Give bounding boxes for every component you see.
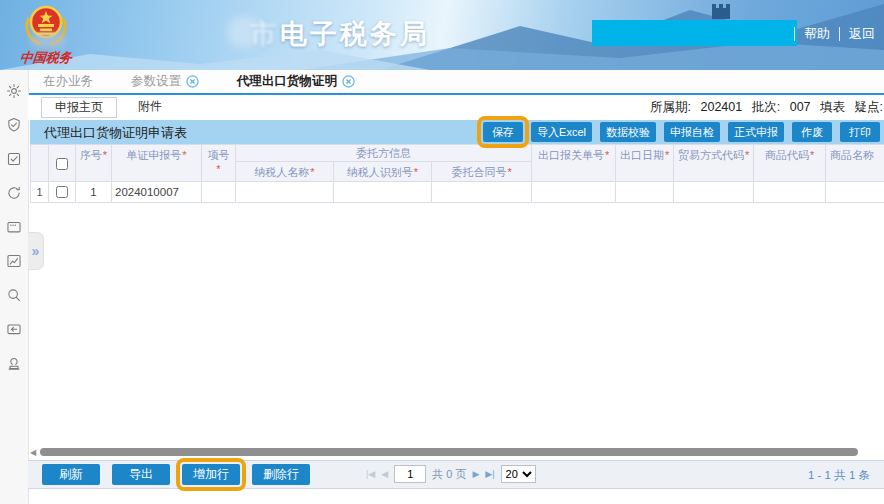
page-number-input[interactable] — [394, 465, 426, 483]
grid-table: 序号*单证申报号*项号*委托方信息出口报关单号*出口日期*贸易方式代码*商品代码… — [30, 144, 884, 203]
required-asterisk: * — [103, 149, 107, 161]
footer-bar: 刷新导出增加行删除行 |◀ ◀ 共 0 页 ▶ ▶| 20 1 - 1 共 1 … — [28, 460, 884, 489]
logo-caption: 中国税务 — [9, 49, 83, 67]
nav-tab-2[interactable]: 代理出口货物证明 — [237, 73, 355, 90]
formal-declare-button[interactable]: 正式申报 — [728, 122, 784, 142]
column-label: 贸易方式代码 — [678, 149, 744, 161]
task-check-icon[interactable] — [6, 151, 22, 167]
column-header-export_date: 出口日期* — [616, 145, 674, 182]
cell-seq[interactable]: 1 — [76, 182, 112, 203]
column-label: 项号 — [208, 149, 230, 161]
required-asterisk: * — [204, 163, 233, 175]
subtabs: 申报主页附件 — [41, 97, 175, 118]
select-all-checkbox[interactable] — [56, 158, 68, 170]
required-asterisk: * — [745, 149, 749, 161]
column-group-header: 委托方信息 — [236, 145, 532, 162]
batch-value: 007 — [790, 100, 811, 114]
prev-page-icon[interactable]: ◀ — [381, 469, 388, 479]
required-asterisk: * — [414, 166, 418, 178]
page-size-select[interactable]: 20 — [501, 465, 536, 483]
card-arrow-icon[interactable] — [6, 321, 22, 337]
cell-item_no[interactable] — [202, 182, 236, 203]
stamp-icon[interactable] — [6, 355, 22, 371]
pagination: |◀ ◀ 共 0 页 ▶ ▶| 20 — [366, 465, 536, 483]
chart-icon[interactable] — [6, 253, 22, 269]
column-header-trade_mode: 贸易方式代码* — [674, 145, 754, 182]
column-header-taxpayer_name: 纳税人名称* — [236, 162, 334, 182]
close-tab-icon[interactable] — [342, 75, 355, 88]
add-row-button[interactable]: 增加行 — [182, 464, 240, 485]
cell-contract_no[interactable] — [432, 182, 532, 203]
last-page-icon[interactable]: ▶| — [485, 469, 494, 479]
help-link[interactable]: 帮助 — [804, 25, 830, 43]
cell-customs_no[interactable] — [532, 182, 616, 203]
batch-label: 批次: — [752, 100, 780, 114]
cell-taxpayer_id[interactable] — [334, 182, 432, 203]
nav-tab-label: 参数设置 — [131, 73, 181, 90]
cell-trade_mode[interactable] — [674, 182, 754, 203]
nav-tab-bar: 在办业务参数设置代理出口货物证明 — [28, 70, 884, 95]
scroll-left-arrow-icon[interactable]: ◀ — [30, 448, 36, 457]
subtab-1[interactable]: 附件 — [125, 97, 175, 116]
nav-tab-label: 代理出口货物证明 — [237, 73, 337, 90]
page-title: 市电子税务局 — [250, 16, 430, 52]
sidebar-expander[interactable]: » — [28, 232, 44, 270]
self-check-button[interactable]: 申报自检 — [664, 122, 720, 142]
nav-tab-1[interactable]: 参数设置 — [131, 73, 199, 90]
table-row: 112024010007 — [31, 182, 884, 203]
void-button[interactable]: 作废 — [792, 122, 832, 142]
cell-doc_no[interactable]: 2024010007 — [112, 182, 202, 203]
app-screen: 中国税务 市电子税务局 帮助 返回 在办业务参数设置代理出口货物证明 » 申报主… — [0, 0, 884, 504]
shield-check-icon[interactable] — [6, 117, 22, 133]
close-tab-icon[interactable] — [186, 75, 199, 88]
column-header-rownum — [31, 145, 49, 182]
column-header-goods_name: 商品名称 — [826, 145, 884, 182]
nav-tab-0[interactable]: 在办业务 — [43, 73, 93, 90]
doubt-label[interactable]: 疑点: — [855, 100, 883, 114]
row-checkbox[interactable] — [56, 186, 68, 198]
required-asterisk: * — [665, 149, 669, 161]
divider — [839, 27, 840, 41]
data-grid: 序号*单证申报号*项号*委托方信息出口报关单号*出口日期*贸易方式代码*商品代码… — [30, 144, 884, 210]
column-header-seq: 序号* — [76, 145, 112, 182]
column-label: 单证申报号 — [126, 149, 181, 161]
card-dots-icon[interactable] — [6, 219, 22, 235]
next-page-icon[interactable]: ▶ — [472, 469, 479, 479]
cell-goods_code[interactable] — [754, 182, 826, 203]
required-asterisk: * — [605, 149, 609, 161]
cell-export_date[interactable] — [616, 182, 674, 203]
header-links: 帮助 返回 — [794, 25, 875, 43]
cell-rownum: 1 — [31, 182, 49, 203]
delete-row-button[interactable]: 删除行 — [252, 464, 310, 485]
period-info: 所属期: 202401 批次: 007 填表 疑点: — [644, 95, 884, 120]
data-check-button[interactable]: 数据校验 — [600, 122, 656, 142]
required-asterisk: * — [310, 166, 314, 178]
nav-tab-label: 在办业务 — [43, 73, 93, 90]
form-title: 代理出口货物证明申请表 — [44, 124, 187, 142]
column-header-contract_no: 委托合同号* — [432, 162, 532, 182]
column-label: 序号 — [80, 149, 102, 161]
refresh-circle-icon[interactable] — [6, 185, 22, 201]
cell-goods_name[interactable] — [826, 182, 884, 203]
back-link[interactable]: 返回 — [849, 25, 875, 43]
cell-taxpayer_name[interactable] — [236, 182, 334, 203]
import-excel-button[interactable]: 导入Excel — [531, 122, 592, 142]
print-button[interactable]: 打印 — [840, 122, 880, 142]
gear-icon[interactable] — [6, 83, 22, 99]
save-button[interactable]: 保存 — [483, 122, 523, 142]
subtab-0[interactable]: 申报主页 — [41, 97, 117, 118]
column-header-goods_code: 商品代码* — [754, 145, 826, 182]
column-header-checkbox — [49, 145, 76, 182]
divider — [794, 27, 795, 41]
search-icon[interactable] — [6, 287, 22, 303]
fill-label[interactable]: 填表 — [820, 100, 845, 114]
first-page-icon[interactable]: |◀ — [366, 469, 375, 479]
column-label: 纳税人名称 — [254, 166, 309, 178]
scrollbar-thumb[interactable] — [40, 448, 858, 456]
period-label: 所属期: — [650, 100, 691, 114]
export-button[interactable]: 导出 — [112, 464, 170, 485]
nav-tabs: 在办业务参数设置代理出口货物证明 — [43, 70, 393, 93]
refresh-button[interactable]: 刷新 — [42, 464, 100, 485]
required-asterisk: * — [507, 166, 511, 178]
sidebar — [0, 70, 29, 504]
